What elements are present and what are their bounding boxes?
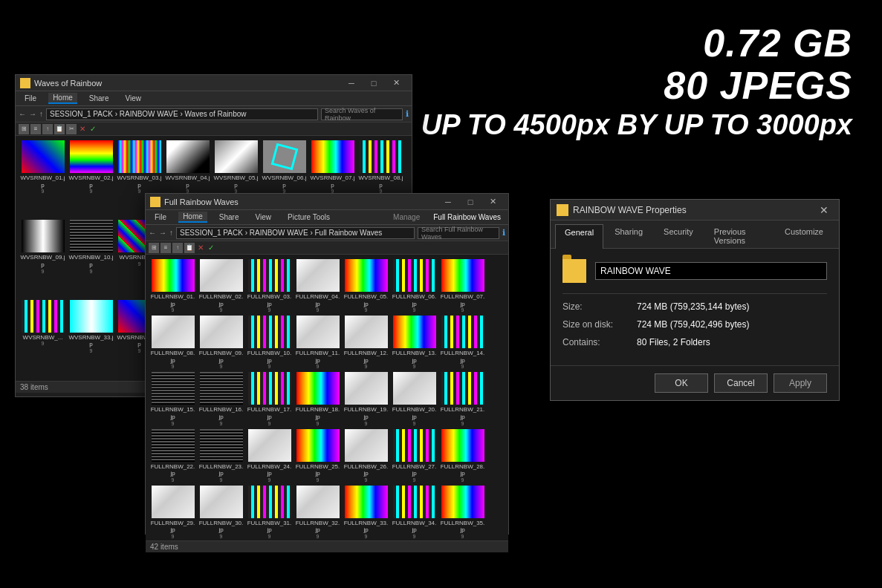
list-item[interactable]: FULLRNBW_10.jp 9 <box>245 314 294 370</box>
list-item[interactable]: FULLRNBW_08.jp 9 <box>149 314 197 370</box>
win2-tab-picture[interactable]: Picture Tools <box>283 212 334 222</box>
list-item[interactable]: FULLRNBW_20.jp 9 <box>390 370 438 427</box>
list-item[interactable]: FULLRNBW_06.jp 9 <box>390 258 438 314</box>
list-item[interactable]: FULLRNBW_04.jp 9 <box>294 258 342 314</box>
list-item[interactable]: WVSRNBW_33.jp 9 <box>67 298 115 378</box>
list-item[interactable]: WVSRNBW_01.jp 9 <box>19 139 67 218</box>
list-item[interactable]: FULLRNBW_02.jp 9 <box>197 258 245 314</box>
win1-tb-icon5[interactable]: ✂ <box>66 124 77 134</box>
win1-back-btn[interactable]: ← <box>19 110 26 118</box>
list-item[interactable]: FULLRNBW_29.jp 9 <box>149 484 197 540</box>
list-item[interactable]: FULLRNBW_30.jp 9 <box>197 484 245 540</box>
win1-tb-delete[interactable]: ✕ <box>78 125 87 133</box>
win2-tb-check[interactable]: ✓ <box>207 244 215 252</box>
win2-minimize-btn[interactable]: ─ <box>437 194 459 210</box>
win1-tab-view[interactable]: View <box>121 94 146 103</box>
list-item[interactable]: FULLRNBW_09.jp 9 <box>197 314 245 370</box>
win1-close-btn[interactable]: ✕ <box>385 75 407 91</box>
list-item[interactable]: WVSRNBW_02.jp 9 <box>67 139 115 218</box>
win2-tab-share[interactable]: Share <box>215 212 244 222</box>
win1-maximize-btn[interactable]: □ <box>363 75 385 91</box>
win2-up-btn[interactable]: ↑ <box>169 229 173 237</box>
props-tab-sharing[interactable]: Sharing <box>605 223 652 248</box>
list-item[interactable]: FULLRNBW_32.jp 9 <box>294 484 342 540</box>
list-item[interactable]: WVSRNBW_... 9 <box>19 298 67 378</box>
props-cancel-btn[interactable]: Cancel <box>714 373 768 393</box>
info-block: 0.72 GB 80 JPEGS UP TO 4500px BY UP TO 3… <box>421 22 852 141</box>
file-name: FULLRNBW_33.jp <box>343 520 389 534</box>
win2-tab-view[interactable]: View <box>251 212 276 222</box>
list-item[interactable]: FULLRNBW_05.jp 9 <box>342 258 390 314</box>
list-item[interactable]: FULLRNBW_21.jp 9 <box>438 370 487 427</box>
win1-addr-path[interactable]: SESSION_1 PACK › RAINBOW WAVE › Waves of… <box>46 108 318 120</box>
list-item[interactable]: FULLRNBW_19.jp 9 <box>342 370 390 427</box>
props-ok-btn[interactable]: OK <box>655 373 708 393</box>
list-item[interactable]: FULLRNBW_24.jp 9 <box>245 428 294 484</box>
win2-forward-btn[interactable]: → <box>159 229 166 237</box>
list-item[interactable]: FULLRNBW_27.jp 9 <box>390 428 438 484</box>
win2-tb-icon1[interactable]: ⊞ <box>149 243 159 253</box>
props-contains-label: Contains: <box>562 337 637 347</box>
list-item[interactable]: FULLRNBW_34.jp 9 <box>390 484 438 540</box>
list-item[interactable]: FULLRNBW_01.jp 9 <box>149 258 197 314</box>
win2-maximize-btn[interactable]: □ <box>459 194 481 210</box>
list-item[interactable]: FULLRNBW_15.jp 9 <box>149 370 197 427</box>
win1-forward-btn[interactable]: → <box>29 110 36 118</box>
props-folder-name-input[interactable] <box>595 262 827 280</box>
props-tab-prevver[interactable]: Previous Versions <box>704 223 774 248</box>
list-item[interactable]: FULLRNBW_16.jp 9 <box>197 370 245 427</box>
props-close-btn[interactable]: ✕ <box>815 203 833 218</box>
win2-addr-path[interactable]: SESSION_1 PACK › RAINBOW WAVE › Full Rai… <box>176 227 415 239</box>
win1-minimize-btn[interactable]: ─ <box>340 75 363 91</box>
file-thumb <box>296 429 340 462</box>
win2-tb-icon2[interactable]: ≡ <box>160 243 171 253</box>
win1-tb-icon2[interactable]: ≡ <box>30 124 41 134</box>
win1-tab-file[interactable]: File <box>20 94 41 103</box>
win1-tb-icon4[interactable]: 📋 <box>54 124 65 134</box>
win1-tb-check[interactable]: ✓ <box>88 125 97 133</box>
list-item[interactable]: FULLRNBW_11.jp 9 <box>294 314 342 370</box>
win1-tab-share[interactable]: Share <box>85 94 114 103</box>
list-item[interactable]: WVSRNBW_09.jp 9 <box>19 218 67 298</box>
win2-tb-delete[interactable]: ✕ <box>196 244 205 252</box>
list-item[interactable]: FULLRNBW_26.jp 9 <box>342 428 390 484</box>
file-name: WVSRNBW_06.jp <box>262 174 307 189</box>
file-name: FULLRNBW_08.jp <box>150 350 195 364</box>
list-item[interactable]: FULLRNBW_14.jp 9 <box>438 314 487 370</box>
list-item[interactable]: FULLRNBW_03.jp 9 <box>245 258 294 314</box>
win2-icon <box>150 197 160 207</box>
win2-close-btn[interactable]: ✕ <box>481 194 504 210</box>
win1-tab-home[interactable]: Home <box>48 93 77 104</box>
list-item[interactable]: FULLRNBW_31.jp 9 <box>245 484 294 540</box>
list-item[interactable]: FULLRNBW_28.jp 9 <box>438 428 487 484</box>
win2-tab-file[interactable]: File <box>150 212 171 222</box>
list-item[interactable]: FULLRNBW_13.jp 9 <box>390 314 438 370</box>
win2-tb-icon3[interactable]: ↑ <box>172 243 183 253</box>
list-item[interactable]: FULLRNBW_25.jp 9 <box>294 428 342 484</box>
win2-tb-icon4[interactable]: 📋 <box>184 243 195 253</box>
list-item[interactable]: FULLRNBW_33.jp 9 <box>342 484 390 540</box>
props-tab-security[interactable]: Security <box>654 223 703 248</box>
list-item[interactable]: FULLRNBW_22.jp 9 <box>149 428 197 484</box>
list-item[interactable]: WVSRNBW_10.jp 9 <box>67 218 115 298</box>
win1-tb-icon3[interactable]: ↑ <box>42 124 53 134</box>
win2-search[interactable]: Search Full Rainbow Waves <box>418 227 499 239</box>
props-tab-customize[interactable]: Customize <box>775 223 833 248</box>
list-item[interactable]: FULLRNBW_35.jp 9 <box>438 484 487 540</box>
list-item[interactable]: FULLRNBW_18.jp 9 <box>294 370 342 427</box>
file-thumb <box>393 316 436 348</box>
win1-tb-icon1[interactable]: ⊞ <box>19 124 29 134</box>
list-item[interactable]: FULLRNBW_12.jp 9 <box>342 314 390 370</box>
props-tab-general[interactable]: General <box>555 224 603 249</box>
list-item[interactable]: FULLRNBW_07.jp 9 <box>438 258 487 314</box>
file-thumb <box>441 372 484 405</box>
file-size: 9 <box>317 364 320 369</box>
win1-up-btn[interactable]: ↑ <box>39 110 43 118</box>
win2-back-btn[interactable]: ← <box>149 229 156 237</box>
list-item[interactable]: FULLRNBW_23.jp 9 <box>197 428 245 484</box>
file-thumb <box>345 316 388 348</box>
list-item[interactable]: FULLRNBW_17.jp 9 <box>245 370 294 427</box>
props-apply-btn[interactable]: Apply <box>774 373 827 393</box>
win2-tab-home[interactable]: Home <box>178 212 207 223</box>
win1-search[interactable]: Search Waves of Rainbow <box>321 108 403 120</box>
